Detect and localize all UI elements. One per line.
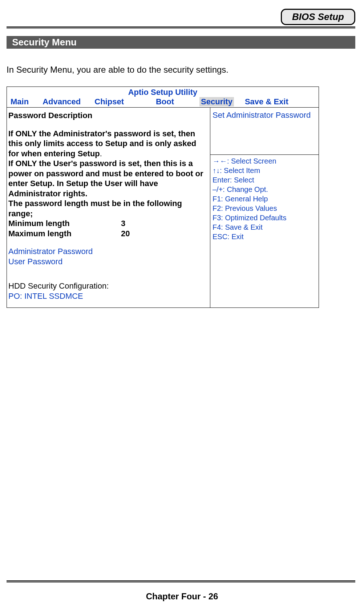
header-row: BIOS Setup	[7, 9, 355, 25]
hint-enter-select: Enter: Select	[213, 175, 316, 185]
bios-utility-box: Aptio Setup Utility Main Advanced Chipse…	[7, 87, 319, 308]
footer-text: Chapter Four - 26	[0, 591, 364, 602]
password-description-heading: Password Description	[8, 110, 208, 121]
hint-f4-save-exit: F4: Save & Exit	[213, 222, 316, 232]
tab-advanced[interactable]: Advanced	[43, 97, 81, 106]
max-length-value: 20	[121, 229, 130, 239]
footer: Chapter Four - 26	[0, 580, 364, 602]
tab-save-exit[interactable]: Save & Exit	[245, 97, 288, 106]
password-length-paragraph: The password length must be in the follo…	[8, 198, 208, 218]
hint-f2-previous-values: F2: Previous Values	[213, 204, 316, 213]
min-length-value: 3	[121, 218, 125, 229]
hint-f3-optimized-defaults: F3: Optimized Defaults	[213, 213, 316, 222]
tab-chipset[interactable]: Chipset	[94, 97, 124, 106]
bios-tabs: Main Advanced Chipset Boot Security Save…	[7, 97, 319, 107]
bios-utility-title: Aptio Setup Utility	[7, 87, 319, 97]
hint-change-opt: –/+: Change Opt.	[213, 185, 316, 194]
administrator-password-item[interactable]: Administrator Password	[8, 246, 208, 257]
hint-select-item: ↑↓: Select Item	[213, 166, 316, 175]
bios-right-pane: Set Administrator Password →←: Select Sc…	[210, 108, 319, 307]
period: .	[100, 149, 102, 158]
header-rule	[7, 27, 355, 29]
page-tab-bios-setup: BIOS Setup	[281, 9, 355, 25]
bios-title-row: Aptio Setup Utility Main Advanced Chipse…	[7, 87, 319, 108]
key-hints: →←: Select Screen ↑↓: Select Item Enter:…	[210, 155, 319, 307]
tab-security[interactable]: Security	[199, 97, 234, 106]
max-length-label: Maximum length	[8, 229, 121, 239]
help-description: Set Administrator Password	[210, 108, 319, 155]
admin-password-paragraph: If ONLY the Administrator's password is …	[8, 129, 196, 158]
hdd-security-configuration-label: HDD Security Configuration:	[8, 281, 208, 291]
bios-left-pane: Password Description If ONLY the Adminis…	[7, 108, 210, 307]
tab-main[interactable]: Main	[11, 97, 29, 106]
user-password-item[interactable]: User Password	[8, 257, 208, 267]
tab-boot[interactable]: Boot	[156, 97, 174, 106]
min-length-row: Minimum length 3	[8, 218, 208, 229]
section-title-bar: Security Menu	[7, 36, 355, 49]
bios-body: Password Description If ONLY the Adminis…	[7, 108, 319, 307]
intro-text: In Security Menu, you are able to do the…	[7, 65, 355, 75]
hint-f1-general-help: F1: General Help	[213, 194, 316, 204]
min-length-label: Minimum length	[8, 218, 121, 229]
hint-select-screen: →←: Select Screen	[213, 156, 316, 166]
max-length-row: Maximum length 20	[8, 229, 208, 239]
section-title: Security Menu	[12, 37, 77, 48]
footer-rule	[7, 580, 355, 583]
hdd-drive-item[interactable]: PO: INTEL SSDMCE	[8, 291, 208, 301]
hint-esc-exit: ESC: Exit	[213, 232, 316, 241]
user-password-paragraph: If ONLY the User's password is set, then…	[8, 158, 208, 198]
